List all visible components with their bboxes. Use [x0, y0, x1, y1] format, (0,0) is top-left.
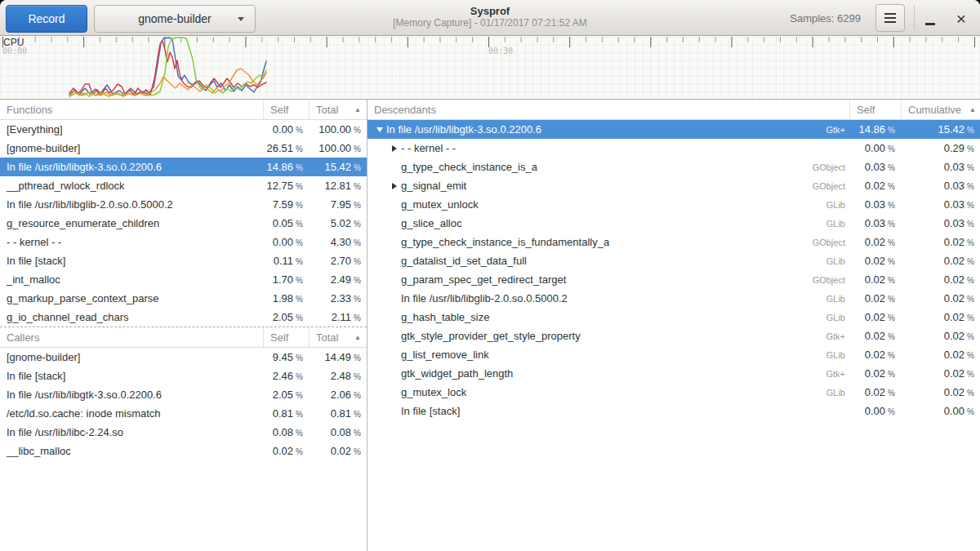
table-row[interactable]: g_type_check_instance_is_fundamentally_a… — [368, 233, 980, 251]
function-name: In file /usr/lib/libglib-2.0.so.0.5000.2 — [401, 292, 568, 304]
self-percent: 0.02% — [849, 311, 901, 323]
column-header-cumulative[interactable]: Cumulative ▲ — [901, 100, 980, 119]
table-row[interactable]: g_signal_emitGObject0.02%0.03% — [368, 176, 980, 195]
cpu-usage-graph[interactable]: CPU 00:00 00:30 — [0, 37, 980, 100]
function-name: [gnome-builder] — [7, 351, 80, 363]
table-row[interactable]: gtk_style_provider_get_style_propertyGtk… — [368, 327, 980, 345]
column-header-total[interactable]: Total ▲ — [309, 327, 367, 347]
self-percent: 26.51% — [263, 142, 309, 154]
library-badge: GLib — [826, 388, 849, 398]
minimize-icon — [925, 23, 935, 25]
self-percent: 2.05% — [263, 389, 309, 401]
column-header-self[interactable]: Self — [849, 100, 901, 119]
table-row[interactable]: In file [stack]2.46%2.48% — [0, 367, 367, 385]
self-percent: 14.86% — [263, 161, 309, 173]
functions-table: [Everything]0.00%100.00%[gnome-builder]2… — [0, 120, 367, 327]
table-row[interactable]: __libc_malloc0.02%0.02% — [0, 442, 367, 460]
table-row[interactable]: - - kernel - -0.00%4.30% — [0, 233, 367, 251]
function-name-cell: g_resource_enumerate_children — [0, 217, 263, 229]
function-name: - - kernel - - — [401, 142, 456, 154]
table-row[interactable]: g_resource_enumerate_children0.05%5.02% — [0, 214, 367, 233]
table-row[interactable]: g_datalist_id_set_data_fullGLib0.02%0.02… — [368, 251, 980, 270]
self-percent: 0.03% — [849, 217, 901, 229]
function-name-cell: gtk_widget_path_lengthGtk+ — [368, 367, 849, 380]
table-row[interactable]: - - kernel - -0.00%0.29% — [368, 139, 980, 158]
functions-header: Functions Self Total ▲ — [0, 100, 367, 120]
self-percent: 0.02% — [849, 367, 901, 380]
table-row[interactable]: In file /usr/lib/libgtk-3.so.0.2200.62.0… — [0, 385, 367, 404]
library-badge: Gtk+ — [826, 369, 849, 379]
function-name-cell: In file /usr/lib/libgtk-3.so.0.2200.6 — [0, 161, 263, 173]
total-percent: 7.95% — [309, 198, 367, 211]
column-header-self[interactable]: Self — [263, 100, 309, 119]
table-row[interactable]: g_slice_allocGLib0.03%0.03% — [368, 214, 980, 233]
column-header-functions[interactable]: Functions — [0, 100, 263, 119]
table-row[interactable]: g_list_remove_linkGLib0.02%0.02% — [368, 345, 980, 364]
function-name: g_param_spec_get_redirect_target — [401, 273, 566, 286]
cumulative-percent: 0.03% — [901, 217, 980, 229]
table-row[interactable]: [gnome-builder]9.45%14.49% — [0, 348, 367, 367]
expand-icon[interactable] — [387, 183, 401, 189]
table-row[interactable]: [Everything]0.00%100.00% — [0, 120, 367, 139]
total-percent: 100.00% — [309, 142, 367, 154]
function-name-cell: gtk_style_provider_get_style_propertyGtk… — [368, 330, 849, 342]
table-row[interactable]: g_io_channel_read_chars2.05%2.11% — [0, 308, 367, 327]
function-name: __libc_malloc — [7, 445, 71, 457]
expand-icon[interactable] — [387, 145, 401, 152]
self-percent: 7.59% — [263, 198, 309, 211]
table-row[interactable]: In file [stack]0.00%0.00% — [368, 402, 980, 420]
column-header-self[interactable]: Self — [263, 327, 309, 347]
time-label-mid: 00:30 — [488, 47, 513, 56]
table-row[interactable]: In file /usr/lib/libglib-2.0.so.0.5000.2… — [0, 195, 367, 214]
collapse-icon[interactable] — [372, 127, 386, 132]
header-separator — [914, 6, 915, 30]
function-name-cell: g_list_remove_linkGLib — [368, 349, 849, 361]
function-name-cell: - - kernel - - — [368, 142, 849, 154]
table-row[interactable]: g_mutex_lockGLib0.02%0.02% — [368, 383, 980, 402]
function-name-cell: g_mutex_lockGLib — [368, 386, 849, 398]
table-row[interactable]: In file /usr/lib/libgtk-3.so.0.2200.614.… — [0, 158, 367, 176]
table-row[interactable]: g_mutex_unlockGLib0.03%0.03% — [368, 195, 980, 214]
table-row[interactable]: g_param_spec_get_redirect_targetGObject0… — [368, 270, 980, 289]
record-button[interactable]: Record — [6, 5, 87, 33]
table-row[interactable]: /etc/ld.so.cache: inode mismatch0.81%0.8… — [0, 404, 367, 423]
table-row[interactable]: In file [stack]0.11%2.70% — [0, 251, 367, 270]
self-percent: 0.02% — [849, 273, 901, 286]
self-percent: 9.45% — [263, 351, 309, 363]
table-row[interactable]: g_hash_table_sizeGLib0.02%0.02% — [368, 308, 980, 327]
table-row[interactable]: __pthread_rwlock_rdlock12.75%12.81% — [0, 176, 367, 195]
column-header-descendants[interactable]: Descendants — [368, 100, 849, 119]
total-percent: 100.00% — [309, 123, 367, 136]
function-name: g_markup_parse_context_parse — [7, 292, 158, 304]
column-header-callers[interactable]: Callers — [0, 327, 263, 347]
table-row[interactable]: In file /usr/lib/libgtk-3.so.0.2200.6Gtk… — [368, 120, 980, 139]
library-badge: GLib — [826, 350, 849, 360]
function-name-cell: g_io_channel_read_chars — [0, 311, 263, 323]
table-row[interactable]: g_type_check_instance_is_aGObject0.03%0.… — [368, 158, 980, 176]
close-button[interactable]: × — [949, 4, 973, 32]
menu-button[interactable] — [875, 4, 905, 32]
column-header-total[interactable]: Total ▲ — [309, 100, 367, 119]
total-percent: 2.49% — [309, 273, 367, 286]
table-row[interactable]: In file /usr/lib/libglib-2.0.so.0.5000.2… — [368, 289, 980, 308]
function-name-cell: g_type_check_instance_is_fundamentally_a… — [368, 236, 849, 248]
cumulative-percent: 0.29% — [901, 142, 980, 154]
table-row[interactable]: [gnome-builder]26.51%100.00% — [0, 139, 367, 158]
minimize-button[interactable] — [920, 4, 941, 32]
callers-table: [gnome-builder]9.45%14.49%In file [stack… — [0, 348, 367, 460]
table-row[interactable]: In file /usr/lib/libc-2.24.so0.08%0.08% — [0, 423, 367, 442]
function-name: g_type_check_instance_is_fundamentally_a — [401, 236, 609, 248]
target-process-dropdown[interactable]: gnome-builder — [94, 5, 256, 33]
table-row[interactable]: _int_malloc1.70%2.49% — [0, 270, 367, 289]
function-name: In file /usr/lib/libglib-2.0.so.0.5000.2 — [7, 198, 173, 211]
self-percent: 14.86% — [849, 123, 901, 136]
self-percent: 0.02% — [849, 255, 901, 267]
total-percent: 5.02% — [309, 217, 367, 229]
self-percent: 0.03% — [849, 198, 901, 211]
total-percent: 2.70% — [309, 255, 367, 267]
sysprof-window: Record gnome-builder Sysprof [Memory Cap… — [0, 0, 980, 551]
table-row[interactable]: gtk_widget_path_lengthGtk+0.02%0.02% — [368, 364, 980, 383]
table-row[interactable]: g_markup_parse_context_parse1.98%2.33% — [0, 289, 367, 308]
function-name-cell: g_type_check_instance_is_aGObject — [368, 161, 849, 173]
function-name: g_hash_table_size — [401, 311, 489, 323]
